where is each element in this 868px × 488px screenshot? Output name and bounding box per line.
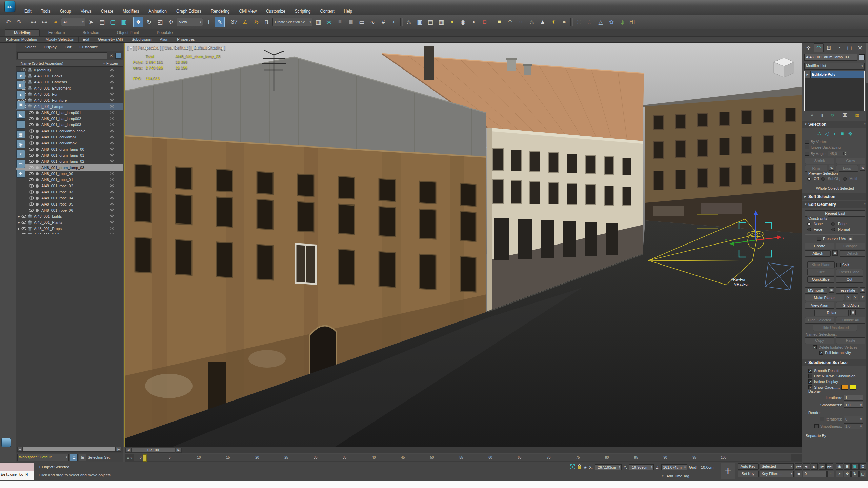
polygon-mode-icon[interactable]: ■ [841, 131, 844, 137]
collapse-button[interactable]: Collapse [836, 243, 866, 249]
explorer-column-header[interactable]: Name (Sorted Ascending) ▲ Frozen [16, 60, 123, 67]
zoom-extents-all-icon[interactable]: ⊡ [859, 463, 866, 470]
scene-explorer-row[interactable]: AI48_001_rope_04 [16, 195, 123, 201]
curve-editor-icon[interactable]: ∿ [367, 17, 378, 27]
explorer-search-input[interactable] [17, 52, 107, 59]
menu-edit[interactable]: Edit [20, 7, 36, 15]
frozen-snowflake-icon[interactable] [110, 196, 114, 200]
clear-search-icon[interactable]: ✕ [108, 53, 114, 59]
maximize-viewport-icon[interactable]: ◱ [859, 471, 866, 477]
create-button[interactable]: Create [805, 243, 834, 249]
make-unique-icon[interactable]: ⟳ [831, 113, 834, 118]
frozen-snowflake-icon[interactable] [110, 184, 114, 188]
undo-icon[interactable]: ↶ [3, 17, 13, 27]
unlink-icon[interactable]: ⊷ [39, 17, 49, 27]
cone-icon[interactable]: ▲ [538, 17, 548, 27]
menu-views[interactable]: Views [76, 7, 96, 15]
visibility-eye-icon[interactable] [28, 129, 34, 133]
filter-helpers-icon[interactable]: ◣ [16, 111, 25, 119]
ribbon-section[interactable]: Edit [79, 37, 94, 42]
select-move-icon[interactable]: ✥ [133, 17, 143, 27]
camera-sequencer-icon[interactable]: ◉ [458, 17, 468, 27]
frame-forward-button[interactable]: ▶ [176, 448, 182, 453]
frozen-snowflake-icon[interactable] [110, 190, 114, 194]
scene-explorer-row[interactable]: ▶ AI48_001_Cameras [16, 79, 123, 85]
ribbon-section[interactable]: Modify Selection [41, 37, 78, 42]
frozen-snowflake-icon[interactable] [110, 86, 114, 91]
toolbar-button[interactable] [491, 18, 493, 26]
play-button[interactable]: ▶ [811, 463, 818, 470]
loop-spinner[interactable]: ⇅ [860, 165, 865, 171]
full-interactivity-checkbox[interactable] [819, 351, 823, 355]
previous-frame-button[interactable]: ◀|| [803, 463, 810, 470]
frozen-snowflake-icon[interactable] [110, 227, 114, 231]
constraint-edge-radio[interactable] [831, 222, 835, 226]
tessellate-button[interactable]: Tessellate [836, 287, 859, 294]
x-coordinate-field[interactable]: -267,193cm▲▼ [595, 464, 622, 470]
geo-sphere-icon[interactable]: ● [559, 17, 569, 27]
zoom-extents-icon[interactable]: ▣ [851, 463, 859, 470]
shading-icon[interactable]: ◗ [469, 17, 479, 27]
hairfarm-icon[interactable]: HF [628, 17, 638, 27]
smooth-result-checkbox[interactable] [808, 369, 812, 373]
visibility-eye-icon[interactable] [21, 233, 27, 234]
select-manipulate-icon[interactable]: ✎ [215, 17, 225, 27]
key-filters-button[interactable]: Key Filters... [760, 471, 794, 477]
z-coordinate-field[interactable]: 161,074cm▲▼ [661, 464, 687, 470]
scene-explorer-row[interactable]: ▶ AI48_001_Lights [16, 213, 123, 219]
filter-xrefs-icon[interactable]: ◉ [16, 140, 25, 148]
frozen-snowflake-icon[interactable] [110, 111, 114, 115]
planar-y-button[interactable]: Y [853, 295, 858, 300]
explorer-menu-item[interactable]: Display [40, 44, 61, 50]
grow-button[interactable]: Grow [836, 158, 866, 164]
scene-explorer-row[interactable]: ▼ AI48_001_Lamps [16, 103, 123, 110]
constraint-normal-radio[interactable] [831, 228, 835, 231]
find-button[interactable] [115, 53, 121, 59]
explorer-menu-item[interactable]: Edit [61, 44, 76, 50]
scene-explorer-row[interactable]: ▶ AI48_001_Props [16, 226, 123, 232]
frozen-snowflake-icon[interactable] [110, 165, 114, 170]
visibility-eye-icon[interactable] [21, 227, 27, 230]
scene-explorer-row[interactable]: ▶ AI48_001_Plants [16, 219, 123, 226]
spinner-snap-icon[interactable]: ⇅ [262, 17, 272, 27]
filter-shapes-icon[interactable]: ◧ [16, 81, 25, 89]
key-selection-dropdown[interactable]: Selected [760, 463, 794, 470]
ring-button[interactable]: Ring [805, 165, 827, 172]
ribbon-section[interactable]: Geometry (All) [94, 37, 127, 42]
planar-z-button[interactable]: Z [860, 295, 865, 300]
ribbon-section[interactable]: Properties [173, 37, 199, 42]
pan-icon[interactable]: ✥ [844, 471, 851, 477]
tab-motion[interactable]: ◔ [834, 43, 844, 52]
menu-animation[interactable]: Animation [144, 7, 171, 15]
ring-spinner[interactable]: ⇅ [829, 165, 834, 171]
auto-key-button[interactable]: Auto Key [738, 463, 759, 470]
render-iterations-checkbox[interactable] [820, 417, 824, 421]
unhide-all-button[interactable]: Unhide All [836, 317, 866, 324]
scene-explorer-row[interactable]: ▶ AI48_001_Books [16, 73, 123, 79]
visibility-eye-icon[interactable] [28, 172, 34, 175]
by-vertex-checkbox[interactable] [805, 140, 809, 144]
coordinate-mode-icon[interactable]: ◈ [584, 465, 587, 470]
visibility-eye-icon[interactable] [28, 184, 34, 188]
visibility-eye-icon[interactable] [28, 160, 34, 163]
tab-modify[interactable]: ◠ [814, 43, 823, 52]
vertex-mode-icon[interactable]: ∴ [817, 131, 821, 137]
rollout-subdivision-surface[interactable]: ▼Subdivision Surface∷ [802, 359, 868, 366]
light-lister-icon[interactable]: ✦ [447, 17, 457, 27]
make-planar-button[interactable]: Make Planar [805, 295, 844, 301]
scene-explorer-row[interactable]: AI48_001_rope_00 [16, 171, 123, 177]
preview-off-radio[interactable] [807, 177, 811, 181]
mirror-icon[interactable]: ⋈ [324, 17, 334, 27]
viewport-label[interactable]: [ + ] [ Perspective ] [ User Defined ] [… [127, 45, 225, 50]
sun-light-icon[interactable]: ☀ [548, 17, 559, 27]
ribbon-section[interactable]: Align [156, 37, 173, 42]
attach-settings[interactable]: ▣ [832, 250, 838, 256]
scene-explorer-row[interactable]: AI48_001_bar_lamp002 [16, 116, 123, 122]
visibility-eye-icon[interactable] [28, 148, 34, 151]
preserve-uvs-settings[interactable]: ▣ [848, 236, 853, 241]
listener-script-row[interactable]: Welcome to M [0, 471, 34, 480]
visibility-eye-icon[interactable] [28, 141, 34, 145]
ribbon-tab-populate[interactable]: Populate [148, 29, 181, 36]
filter-containers-icon[interactable]: ▭ [16, 160, 25, 168]
filter-bones-icon[interactable]: ⌖ [16, 150, 25, 158]
